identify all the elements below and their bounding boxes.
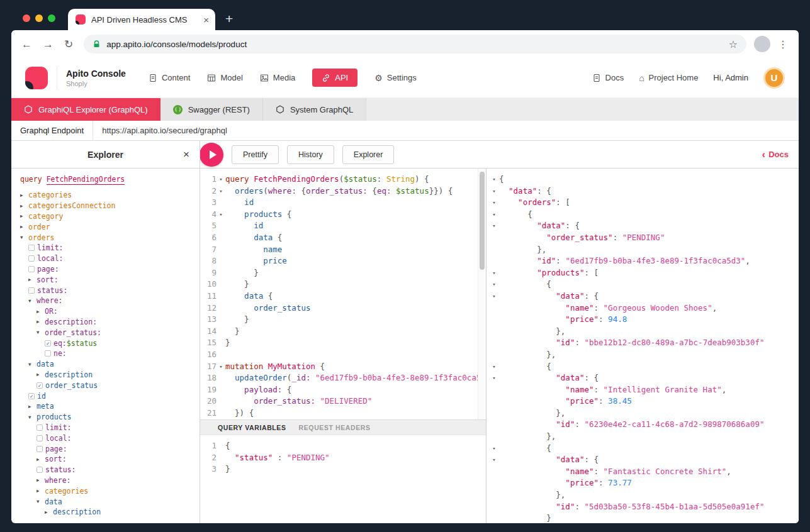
explorer-tree-item[interactable]: ▶meta xyxy=(19,401,200,412)
fold-icon[interactable]: ▾ xyxy=(489,454,499,466)
checkbox-icon[interactable] xyxy=(37,446,43,452)
checkbox-icon[interactable]: ✓ xyxy=(28,393,35,399)
tree-arrow-icon[interactable]: ▶ xyxy=(45,509,53,515)
zoom-window-button[interactable] xyxy=(48,14,55,22)
tree-arrow-icon[interactable]: ▶ xyxy=(28,277,37,282)
tab-query-variables[interactable]: QUERY VARIABLES xyxy=(218,424,286,431)
tree-arrow-icon[interactable]: ▼ xyxy=(37,330,45,335)
explorer-tree-item[interactable]: ▶sort: xyxy=(19,274,200,285)
explorer-tree-item[interactable]: ✓eq: $status xyxy=(19,338,200,348)
reload-icon[interactable]: ↻ xyxy=(64,39,73,50)
tree-arrow-icon[interactable]: ▶ xyxy=(20,224,28,230)
fold-icon[interactable]: ▾ xyxy=(489,372,499,384)
checkbox-icon[interactable] xyxy=(28,245,35,251)
project-home-link[interactable]: ⌂ Project Home xyxy=(639,73,698,82)
tree-arrow-icon[interactable]: ▼ xyxy=(28,414,37,420)
fold-icon[interactable]: ▾ xyxy=(489,279,499,291)
fold-icon[interactable]: ▾ xyxy=(489,174,499,186)
history-button[interactable]: History xyxy=(287,145,334,164)
nav-settings[interactable]: ⚙ Settings xyxy=(374,73,417,82)
prettify-button[interactable]: Prettify xyxy=(232,145,279,164)
docs-link[interactable]: Docs xyxy=(592,73,624,82)
tree-arrow-icon[interactable]: ▶ xyxy=(37,309,45,314)
checkbox-icon[interactable]: ✓ xyxy=(45,340,51,346)
explorer-tree-item[interactable]: limit: xyxy=(19,423,200,433)
checkbox-icon[interactable] xyxy=(28,255,35,262)
explorer-tree-item[interactable]: ▶description xyxy=(19,370,200,380)
tree-arrow-icon[interactable]: ▼ xyxy=(28,362,37,367)
fold-icon[interactable]: ▾ xyxy=(489,443,499,455)
fold-icon[interactable]: ▾ xyxy=(489,209,499,221)
execute-query-button[interactable] xyxy=(200,143,223,167)
explorer-tree-item[interactable]: status: xyxy=(19,285,200,296)
explorer-tree-item[interactable]: ▶OR: xyxy=(19,306,200,317)
checkbox-icon[interactable] xyxy=(37,435,43,441)
new-tab-button[interactable]: + xyxy=(225,12,233,25)
address-bar[interactable]: app.apito.io/consosle/models/product ☆ xyxy=(84,35,746,53)
explorer-tree-item[interactable]: ne: xyxy=(19,348,200,359)
explorer-close-icon[interactable]: × xyxy=(183,149,189,160)
tree-arrow-icon[interactable]: ▶ xyxy=(37,477,45,483)
tab-graphiql-explorer[interactable]: GraphiQL Explorer (GraphQL) xyxy=(11,98,160,121)
explorer-tree-item[interactable]: page: xyxy=(19,264,200,275)
explorer-tree-item[interactable]: ✓order_status xyxy=(19,380,200,391)
tree-arrow-icon[interactable]: ▶ xyxy=(28,404,37,409)
tree-arrow-icon[interactable]: ▶ xyxy=(37,488,45,494)
nav-model[interactable]: Model xyxy=(207,73,242,82)
nav-content[interactable]: Content xyxy=(149,73,191,82)
nav-api[interactable]: API xyxy=(312,69,357,87)
active-operation[interactable]: queryFetchPendingOrders xyxy=(20,175,200,184)
explorer-tree-item[interactable]: ▶where: xyxy=(19,475,200,486)
tree-arrow-icon[interactable]: ▶ xyxy=(37,319,45,324)
checkbox-icon[interactable] xyxy=(28,287,35,294)
editor-scrollbar[interactable] xyxy=(478,169,486,419)
fold-icon[interactable]: ▾ xyxy=(217,209,225,221)
explorer-tree-item[interactable]: ▶categories xyxy=(19,485,200,496)
fold-icon[interactable]: ▾ xyxy=(489,220,499,232)
explorer-toggle-button[interactable]: Explorer xyxy=(342,145,395,164)
apito-logo[interactable] xyxy=(25,67,48,89)
forward-icon[interactable]: → xyxy=(43,39,53,50)
browser-menu-icon[interactable]: ⋮ xyxy=(778,38,789,50)
fold-icon[interactable]: ▾ xyxy=(489,186,499,197)
bookmark-star-icon[interactable]: ☆ xyxy=(729,38,738,50)
tree-arrow-icon[interactable]: ▶ xyxy=(37,457,45,462)
checkbox-icon[interactable] xyxy=(28,266,35,272)
checkbox-icon[interactable]: ✓ xyxy=(37,382,43,389)
explorer-tree-item[interactable]: local: xyxy=(19,433,200,443)
close-window-button[interactable] xyxy=(23,14,30,22)
checkbox-icon[interactable] xyxy=(45,350,51,357)
tree-arrow-icon[interactable]: ▶ xyxy=(20,213,28,219)
explorer-tree-item[interactable]: status: xyxy=(19,465,200,475)
tree-arrow-icon[interactable]: ▶ xyxy=(20,203,28,209)
tab-request-headers[interactable]: REQUEST HEADERS xyxy=(299,424,371,431)
browser-profile-avatar[interactable] xyxy=(754,36,770,52)
explorer-tree-item[interactable]: ▶sort: xyxy=(19,454,200,465)
scrollbar-thumb[interactable] xyxy=(480,172,485,270)
fold-icon[interactable]: ▾ xyxy=(217,186,225,197)
fold-icon[interactable]: ▾ xyxy=(217,174,225,186)
explorer-tree-item[interactable]: ▶categories xyxy=(19,190,200,201)
user-avatar[interactable]: U xyxy=(763,67,785,89)
query-editor-code[interactable]: 1▾query FetchPendingOrders($status: Stri… xyxy=(200,174,486,419)
minimize-window-button[interactable] xyxy=(35,14,43,22)
tab-swagger-rest[interactable]: { } Swagger (REST) xyxy=(160,98,263,121)
tree-arrow-icon[interactable]: ▼ xyxy=(20,235,28,240)
explorer-tree-item[interactable]: limit: xyxy=(19,243,200,253)
explorer-tree-item[interactable]: local: xyxy=(19,253,200,264)
browser-tab[interactable]: API Driven Headless CMS × xyxy=(68,9,215,30)
docs-panel-button[interactable]: ‹ Docs xyxy=(762,150,789,159)
fold-icon[interactable]: ▾ xyxy=(217,361,225,373)
fold-icon[interactable]: ▾ xyxy=(489,197,499,209)
explorer-tree-item[interactable]: ▶categoriesConnection xyxy=(19,201,200,211)
explorer-tree-item[interactable]: ▼where: xyxy=(19,296,200,306)
back-icon[interactable]: ← xyxy=(21,39,32,50)
explorer-tree-item[interactable]: ✓id xyxy=(19,391,200,401)
fold-icon[interactable]: ▾ xyxy=(489,291,499,302)
tree-arrow-icon[interactable]: ▼ xyxy=(37,499,45,504)
variables-editor[interactable]: 1{2 "status" : "PENDING"3} xyxy=(200,435,486,523)
tree-arrow-icon[interactable]: ▶ xyxy=(37,372,45,377)
checkbox-icon[interactable] xyxy=(37,467,43,473)
explorer-tree-item[interactable]: ▼data xyxy=(19,359,200,370)
url-text[interactable]: app.apito.io/consosle/models/product xyxy=(106,40,728,49)
